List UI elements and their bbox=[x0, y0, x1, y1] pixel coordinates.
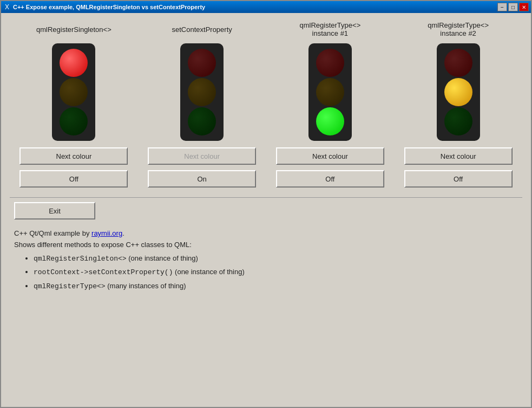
info-line1: C++ Qt/Qml example by raymii.org. bbox=[14, 228, 518, 239]
traffic-lights-section: qmlRegisterSingleton<> setContextPropert… bbox=[10, 20, 522, 141]
list-item: rootContext->setContextProperty() (one i… bbox=[34, 267, 518, 279]
toggle-button-3[interactable]: Off bbox=[276, 170, 384, 187]
title-bar-buttons: − □ ✕ bbox=[497, 3, 529, 11]
next-colour-button-3[interactable]: Next colour bbox=[276, 147, 384, 165]
raymii-link[interactable]: raymii.org bbox=[91, 229, 122, 237]
traffic-light-4 bbox=[437, 43, 480, 141]
close-button[interactable]: ✕ bbox=[519, 3, 529, 11]
window-icon: X bbox=[3, 3, 11, 11]
list-item-2-text: (one instance of thing) bbox=[175, 268, 245, 276]
info-line1-post: . bbox=[122, 229, 124, 237]
info-line2: Shows different methods to expose C++ cl… bbox=[14, 239, 518, 251]
info-line1-pre: C++ Qt/Qml example by bbox=[14, 229, 91, 237]
info-section: C++ Qt/Qml example by raymii.org. Shows … bbox=[10, 228, 522, 295]
main-window: X C++ Expose example, QMLRegisterSinglet… bbox=[0, 0, 532, 408]
column-qmlregistertype-2: qmlRegisterType<>instance #2 bbox=[399, 20, 518, 141]
toggle-button-1[interactable]: Off bbox=[19, 170, 128, 187]
list-item: qmlRegisterSingleton<> (one instance of … bbox=[34, 253, 518, 265]
content-area: qmlRegisterSingleton<> setContextPropert… bbox=[1, 13, 531, 407]
traffic-light-1-red bbox=[60, 49, 88, 77]
toggle-button-4[interactable]: Off bbox=[404, 170, 513, 187]
list-item-3-text: (many instances of thing) bbox=[107, 282, 186, 290]
traffic-light-2-red bbox=[188, 49, 216, 77]
toggle-button-2[interactable]: On bbox=[148, 170, 256, 187]
traffic-light-4-red bbox=[444, 49, 472, 77]
separator bbox=[10, 197, 522, 198]
list-item-3-code: qmlRegisterType<> bbox=[34, 282, 106, 290]
maximize-button[interactable]: □ bbox=[508, 3, 518, 11]
column-qmlregistertype-1: qmlRegisterType<>instance #1 bbox=[271, 20, 390, 141]
list-item-2-code: rootContext->setContextProperty() bbox=[34, 268, 173, 276]
window-title: C++ Expose example, QMLRegisterSingleton… bbox=[13, 4, 495, 10]
column-setcontextproperty: setContextProperty bbox=[142, 20, 261, 141]
next-colour-button-1[interactable]: Next colour bbox=[19, 147, 128, 165]
traffic-light-4-yellow bbox=[444, 78, 472, 106]
traffic-light-1 bbox=[52, 43, 95, 141]
traffic-light-3 bbox=[308, 43, 352, 141]
exit-button[interactable]: Exit bbox=[14, 202, 95, 219]
traffic-light-1-green bbox=[60, 107, 88, 135]
exit-row: Exit bbox=[10, 202, 522, 219]
traffic-light-4-green bbox=[444, 107, 472, 135]
column-2-label: setContextProperty bbox=[172, 20, 232, 39]
next-colour-row: Next colour Next colour Next colour Next… bbox=[10, 147, 522, 165]
column-3-label: qmlRegisterType<>instance #1 bbox=[300, 20, 361, 39]
traffic-light-3-green bbox=[316, 107, 344, 135]
traffic-light-2 bbox=[180, 43, 224, 141]
traffic-light-3-red bbox=[316, 49, 344, 77]
list-item: qmlRegisterType<> (many instances of thi… bbox=[34, 281, 518, 293]
traffic-light-2-yellow bbox=[188, 78, 216, 106]
traffic-light-2-green bbox=[188, 107, 216, 135]
column-1-label: qmlRegisterSingleton<> bbox=[36, 20, 111, 39]
traffic-light-1-yellow bbox=[60, 78, 88, 106]
list-item-1-code: qmlRegisterSingleton<> bbox=[34, 255, 127, 263]
minimize-button[interactable]: − bbox=[497, 3, 507, 11]
list-item-1-text: (one instance of thing) bbox=[128, 254, 198, 262]
toggle-row: Off On Off Off bbox=[10, 170, 522, 187]
info-list: qmlRegisterSingleton<> (one instance of … bbox=[34, 253, 518, 293]
column-qmlregistersingleton: qmlRegisterSingleton<> bbox=[14, 20, 133, 141]
column-4-label: qmlRegisterType<>instance #2 bbox=[428, 20, 489, 39]
next-colour-button-2[interactable]: Next colour bbox=[148, 147, 256, 165]
title-bar: X C++ Expose example, QMLRegisterSinglet… bbox=[1, 1, 531, 13]
traffic-light-3-yellow bbox=[316, 78, 344, 106]
next-colour-button-4[interactable]: Next colour bbox=[404, 147, 513, 165]
